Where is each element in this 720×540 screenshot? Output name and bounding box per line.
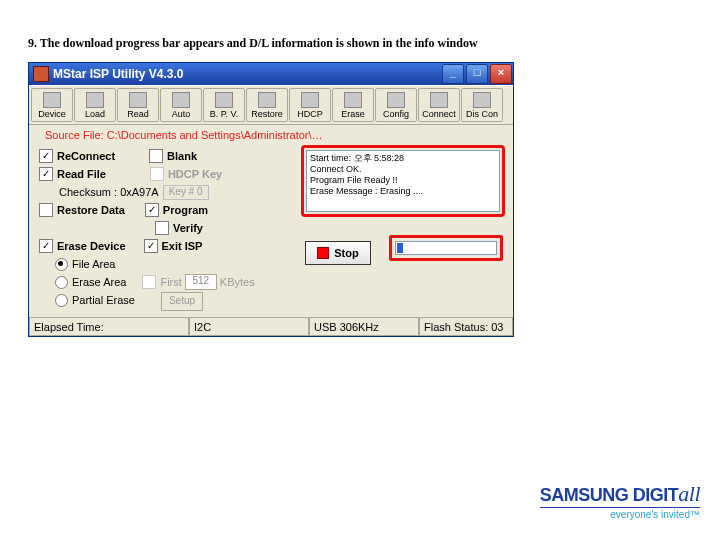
tool-bpv[interactable]: B. P. V. [203, 88, 245, 122]
filearea-radio[interactable] [55, 258, 68, 271]
first-checkbox [142, 275, 156, 289]
erasearea-radio[interactable] [55, 276, 68, 289]
exitisp-checkbox[interactable] [144, 239, 158, 253]
erasedev-label: Erase Device [57, 240, 126, 252]
close-button[interactable]: × [490, 64, 512, 84]
readfile-label: Read File [57, 168, 106, 180]
load-icon [86, 92, 104, 108]
hdcpkey-label: HDCP Key [168, 168, 222, 180]
key-index-field: Key # 0 [163, 185, 209, 200]
config-icon [387, 92, 405, 108]
first-field: 512 [185, 274, 217, 290]
erasedev-checkbox[interactable] [39, 239, 53, 253]
tool-device[interactable]: Device [31, 88, 73, 122]
reconnect-checkbox[interactable] [39, 149, 53, 163]
verify-checkbox[interactable] [155, 221, 169, 235]
tool-connect[interactable]: Connect [418, 88, 460, 122]
erase-icon [344, 92, 362, 108]
hdcpkey-checkbox [150, 167, 164, 181]
kbytes-label: KBytes [220, 276, 255, 288]
read-icon [129, 92, 147, 108]
hdcp-icon [301, 92, 319, 108]
status-bar: Elapsed Time: I2C USB 306KHz Flash Statu… [29, 317, 513, 336]
info-window: Start time: 오후 5:58:28 Connect OK. Progr… [306, 150, 500, 212]
blank-checkbox[interactable] [149, 149, 163, 163]
status-bus: I2C [189, 318, 309, 336]
figure-caption: 9. The download progress bar appears and… [28, 36, 478, 51]
minimize-button[interactable]: _ [442, 64, 464, 84]
info-window-highlight: Start time: 오후 5:58:28 Connect OK. Progr… [301, 145, 505, 217]
options-panel: ReConnect Blank Read File HDCP Key Check… [39, 147, 295, 309]
discon-icon [473, 92, 491, 108]
stop-label: Stop [334, 247, 358, 259]
auto-icon [172, 92, 190, 108]
app-window: MStar ISP Utility V4.3.0 _ □ × Device Lo… [28, 62, 514, 337]
readfile-checkbox[interactable] [39, 167, 53, 181]
device-icon [43, 92, 61, 108]
brand-logo: SAMSUNG DIGITall everyone's invited™ [540, 481, 700, 520]
status-elapsed: Elapsed Time: [29, 318, 189, 336]
title-bar: MStar ISP Utility V4.3.0 _ □ × [29, 63, 513, 85]
reconnect-label: ReConnect [57, 150, 115, 162]
program-label: Program [163, 204, 208, 216]
app-icon [33, 66, 49, 82]
progress-bar [395, 241, 497, 255]
tool-auto[interactable]: Auto [160, 88, 202, 122]
program-checkbox[interactable] [145, 203, 159, 217]
checksum-label: Checksum : 0xA97A [59, 186, 159, 198]
bpv-icon [215, 92, 233, 108]
content-panel: Source File: C:\Documents and Settings\A… [29, 125, 513, 317]
tool-config[interactable]: Config [375, 88, 417, 122]
exitisp-label: Exit ISP [162, 240, 203, 252]
app-title: MStar ISP Utility V4.3.0 [53, 67, 184, 81]
brand-tagline: everyone's invited™ [540, 507, 700, 520]
progress-fill [397, 243, 403, 253]
first-label: First [160, 276, 181, 288]
erasearea-label: Erase Area [72, 276, 126, 288]
restoredata-label: Restore Data [57, 204, 125, 216]
stop-button[interactable]: Stop [305, 241, 371, 265]
toolbar: Device Load Read Auto B. P. V. Restore H… [29, 85, 513, 125]
brand-name: SAMSUNG DIGITall [540, 481, 700, 507]
partial-label: Partial Erase [72, 294, 135, 306]
connect-icon [430, 92, 448, 108]
status-usb: USB 306KHz [309, 318, 419, 336]
verify-label: Verify [173, 222, 203, 234]
progress-highlight [389, 235, 503, 261]
restore-icon [258, 92, 276, 108]
tool-hdcp[interactable]: HDCP [289, 88, 331, 122]
tool-erase[interactable]: Erase [332, 88, 374, 122]
restoredata-checkbox[interactable] [39, 203, 53, 217]
tool-read[interactable]: Read [117, 88, 159, 122]
maximize-button[interactable]: □ [466, 64, 488, 84]
tool-load[interactable]: Load [74, 88, 116, 122]
filearea-label: File Area [72, 258, 115, 270]
stop-icon [317, 247, 329, 259]
source-file-label: Source File: C:\Documents and Settings\A… [37, 129, 505, 144]
tool-restore[interactable]: Restore [246, 88, 288, 122]
partial-radio[interactable] [55, 294, 68, 307]
blank-label: Blank [167, 150, 197, 162]
status-flash: Flash Status: 03 [419, 318, 513, 336]
setup-button: Setup [161, 292, 203, 311]
tool-discon[interactable]: Dis Con [461, 88, 503, 122]
